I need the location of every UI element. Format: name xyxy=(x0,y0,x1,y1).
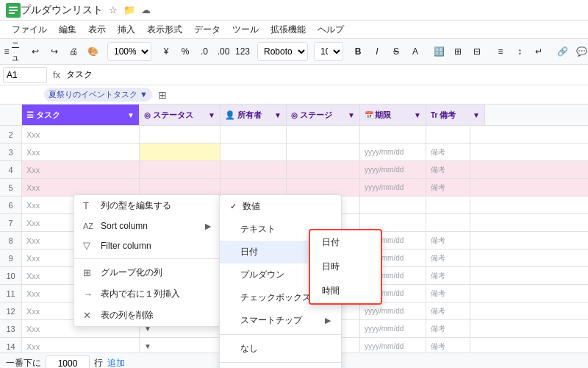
link-button[interactable]: 🔗 xyxy=(553,41,571,62)
col-status[interactable]: ◎ ステータス ▼ xyxy=(140,105,220,125)
zoom-select[interactable]: 100% xyxy=(107,42,151,61)
cell-task-5[interactable]: Xxx xyxy=(22,179,140,196)
cell-deadline-4[interactable]: yyyy/mm/dd xyxy=(360,161,426,178)
col-notes[interactable]: Tr 備考 ▼ xyxy=(426,105,485,125)
menu-file[interactable]: ファイル xyxy=(6,22,53,38)
decimal-inc-button[interactable]: .00 xyxy=(215,41,232,62)
folder-icon[interactable]: 📁 xyxy=(123,4,135,15)
menu-extensions[interactable]: 拡張機能 xyxy=(265,22,312,38)
borders-button[interactable]: ⊞ xyxy=(449,41,467,62)
ctx-filter[interactable]: ▽ Filter column xyxy=(74,236,220,255)
percent-button[interactable]: % xyxy=(176,41,194,62)
cell-notes-9[interactable]: 備考 xyxy=(426,250,470,266)
cell-stage-5[interactable] xyxy=(287,179,360,196)
row-count-input[interactable] xyxy=(46,355,90,369)
print-button[interactable]: 🖨 xyxy=(65,41,82,62)
type-none[interactable]: なし xyxy=(220,337,341,360)
cell-owner-4[interactable] xyxy=(220,161,287,178)
comment-button[interactable]: 💬 xyxy=(573,41,588,62)
redo-button[interactable]: ↪ xyxy=(46,41,63,62)
bold-button[interactable]: B xyxy=(349,41,367,62)
size-select[interactable]: 10 xyxy=(314,42,343,61)
cell-deadline-12[interactable]: yyyy/mm/dd xyxy=(360,302,426,319)
cell-deadline-6[interactable] xyxy=(360,197,426,213)
cell-deadline-3[interactable]: yyyy/mm/dd xyxy=(360,144,426,160)
cell-notes-12[interactable]: 備考 xyxy=(426,302,470,319)
cell-owner-5[interactable] xyxy=(220,179,287,196)
cell-stage-4[interactable] xyxy=(287,161,360,178)
strikethrough-button[interactable]: S xyxy=(387,41,405,62)
group-tag[interactable]: 夏祭りのイベントタスク ▼ xyxy=(44,88,152,102)
menu-format[interactable]: 表示形式 xyxy=(141,22,188,38)
ctx-sort[interactable]: AZ Sort column ▶ xyxy=(74,216,220,236)
cell-owner-2[interactable] xyxy=(220,126,287,143)
cell-status-4[interactable] xyxy=(140,161,220,178)
cell-owner-3[interactable] xyxy=(220,144,287,160)
valign-button[interactable]: ↕ xyxy=(511,41,528,62)
ctx-delete[interactable]: ✕ 表の列を削除 xyxy=(74,305,220,326)
cell-notes-8[interactable]: 備考 xyxy=(426,232,470,249)
add-rows-link[interactable]: 追加 xyxy=(107,357,125,368)
cell-notes-4[interactable]: 備考 xyxy=(426,161,470,178)
currency-button[interactable]: ¥ xyxy=(157,41,175,62)
font-select[interactable]: Roboto xyxy=(257,42,308,61)
date-type-date[interactable]: 日付 xyxy=(310,230,381,255)
group-icon[interactable]: ⊞ xyxy=(158,89,167,101)
date-type-datetime[interactable]: 日時 xyxy=(310,255,381,279)
formula-bar: fx xyxy=(0,65,588,85)
cell-stage-3[interactable] xyxy=(287,144,360,160)
menu-insert[interactable]: 挿入 xyxy=(112,22,141,38)
color-button[interactable]: A xyxy=(406,41,424,62)
number-format-button[interactable]: 123 xyxy=(234,41,251,62)
star-icon[interactable]: ☆ xyxy=(109,4,118,15)
type-number[interactable]: ✓ 数値 xyxy=(220,195,341,218)
cell-status-5[interactable] xyxy=(140,179,220,196)
cell-deadline-5[interactable]: yyyy/mm/dd xyxy=(360,179,426,196)
ctx-insert-right[interactable]: → 表内で右に１列挿入 xyxy=(74,283,220,305)
cell-deadline-13[interactable]: yyyy/mm/dd xyxy=(360,320,426,337)
cloud-icon[interactable]: ☁ xyxy=(141,4,151,15)
paint-format-button[interactable]: 🎨 xyxy=(84,41,101,62)
menu-help[interactable]: ヘルプ xyxy=(312,22,350,38)
col-deadline[interactable]: 📅 期限 ▼ xyxy=(360,105,426,125)
formula-input[interactable] xyxy=(66,67,585,83)
cell-notes-3[interactable]: 備考 xyxy=(426,144,470,160)
col-task[interactable]: ☰ タスク ▼ xyxy=(22,105,140,125)
menu-button[interactable]: ≡ メニュー xyxy=(3,41,21,62)
cell-task-2[interactable]: Xxx xyxy=(22,126,140,143)
undo-button[interactable]: ↩ xyxy=(26,41,44,62)
date-type-date-label: 日付 xyxy=(322,236,340,249)
menu-view[interactable]: 表示 xyxy=(82,22,112,38)
menu-tools[interactable]: ツール xyxy=(226,22,265,38)
menu-data[interactable]: データ xyxy=(188,22,226,38)
cell-task-4[interactable]: Xxx xyxy=(22,161,140,178)
col-stage[interactable]: ◎ ステージ ▼ xyxy=(287,105,360,125)
ctx-edit-type[interactable]: T 列の型を編集する xyxy=(74,195,220,216)
cell-stage-2[interactable] xyxy=(287,126,360,143)
cell-status-3[interactable] xyxy=(140,144,220,160)
decimal-dec-button[interactable]: .0 xyxy=(196,41,213,62)
cell-task-3[interactable]: Xxx xyxy=(22,144,140,160)
align-button[interactable]: ≡ xyxy=(492,41,509,62)
fill-color-button[interactable]: 🔠 xyxy=(430,41,448,62)
wrap-button[interactable]: ↵ xyxy=(530,41,548,62)
cell-notes-6[interactable] xyxy=(426,197,470,213)
show-placeholder[interactable]: ✓ プレースホルダを表示 xyxy=(220,365,341,368)
cell-notes-5[interactable]: 備考 xyxy=(426,179,470,196)
type-smartchip[interactable]: スマートチップ ▶ xyxy=(220,309,341,332)
cell-notes-11[interactable]: 備考 xyxy=(426,285,470,302)
col-owner[interactable]: 👤 所有者 ▼ xyxy=(220,105,287,125)
cell-notes-7[interactable] xyxy=(426,214,470,231)
cell-notes-13[interactable]: 備考 xyxy=(426,320,470,337)
merge-button[interactable]: ⊟ xyxy=(468,41,486,62)
doc-title[interactable]: プルダウンリスト xyxy=(21,4,103,17)
cell-status-2[interactable] xyxy=(140,126,220,143)
date-type-time[interactable]: 時間 xyxy=(310,279,381,303)
cell-reference[interactable] xyxy=(3,67,47,83)
cell-deadline-2[interactable] xyxy=(360,126,426,143)
menu-edit[interactable]: 編集 xyxy=(53,22,82,38)
italic-button[interactable]: I xyxy=(368,41,386,62)
ctx-group[interactable]: ⊞ グループ化の列 xyxy=(74,262,220,283)
cell-notes-2[interactable] xyxy=(426,126,470,143)
cell-notes-10[interactable]: 備考 xyxy=(426,267,470,284)
